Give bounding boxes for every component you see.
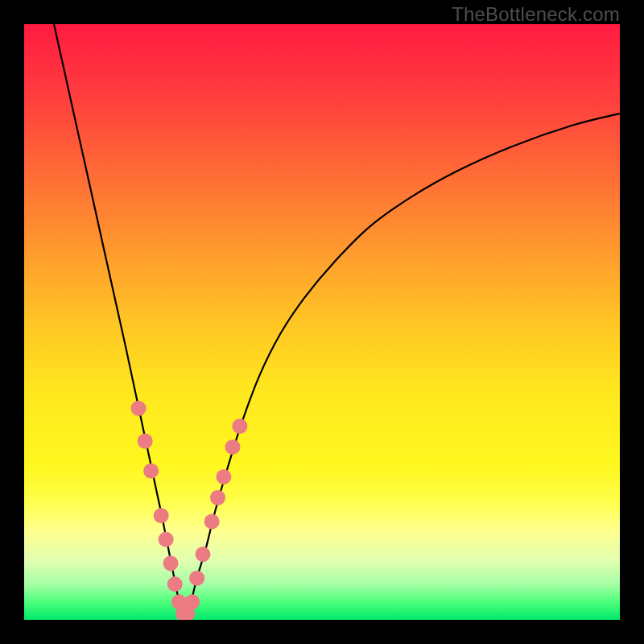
- marker-point: [154, 508, 169, 523]
- marker-point: [143, 464, 159, 479]
- curve-left-branch: [54, 24, 185, 617]
- marker-group: [131, 401, 248, 620]
- marker-point: [210, 490, 225, 506]
- curve-layer: [24, 24, 620, 620]
- chart-frame: TheBottleneck.com: [0, 0, 644, 644]
- marker-point: [138, 434, 153, 449]
- marker-point: [216, 469, 231, 485]
- marker-point: [232, 419, 247, 434]
- curve-right-branch: [185, 114, 620, 617]
- marker-point: [196, 547, 211, 562]
- marker-point: [167, 576, 183, 592]
- marker-point: [163, 555, 179, 571]
- marker-point: [159, 532, 174, 547]
- marker-point: [131, 401, 147, 416]
- marker-point: [204, 514, 220, 529]
- watermark-text: TheBottleneck.com: [452, 3, 620, 26]
- plot-area: [24, 24, 620, 620]
- marker-point: [225, 440, 241, 455]
- marker-point: [189, 571, 204, 586]
- marker-point: [184, 594, 200, 609]
